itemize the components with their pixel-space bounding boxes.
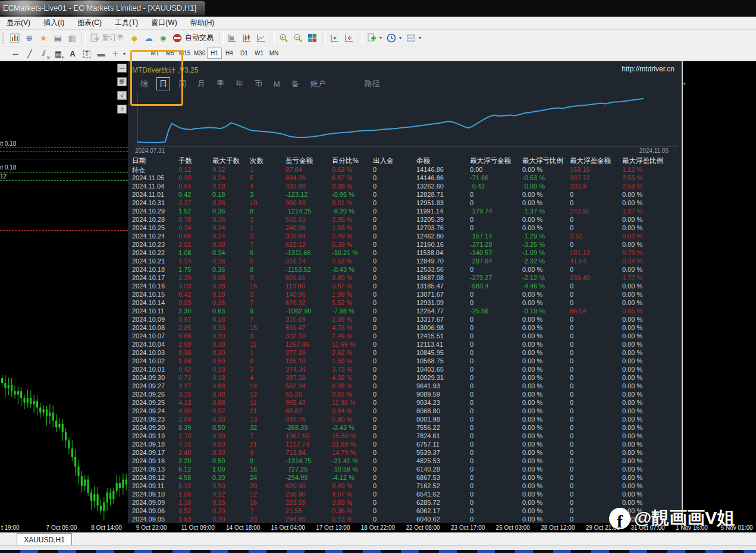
- panel-help-button[interactable]: ?: [117, 105, 127, 114]
- channel-tool-icon[interactable]: ⫽E: [37, 47, 51, 60]
- table-cell: 0: [373, 349, 415, 356]
- table-cell: 1.09 %: [332, 291, 372, 298]
- table-cell: 29: [250, 482, 284, 489]
- table-cell: 0.00 %: [622, 457, 679, 464]
- table-cell: -4.46 %: [522, 282, 569, 290]
- autotrade-icon[interactable]: [170, 32, 184, 45]
- table-cell: 0.00 %: [622, 324, 679, 331]
- zoom-in-icon[interactable]: [277, 32, 291, 45]
- autotrade-label[interactable]: 自动交易: [185, 33, 214, 43]
- tf-h4[interactable]: H4: [222, 48, 237, 59]
- tf-mn[interactable]: MN: [266, 48, 281, 59]
- menu-window[interactable]: 窗口(W): [145, 16, 183, 30]
- panel-url-link[interactable]: http://mtdriver.cn: [622, 65, 675, 73]
- signal-icon[interactable]: ◉: [156, 32, 170, 45]
- table-cell: 113.80: [286, 282, 331, 290]
- favorites-icon[interactable]: ★: [36, 32, 51, 45]
- table-cell: 0: [570, 407, 621, 414]
- templates-dropdown-caret[interactable]: ▾: [419, 35, 421, 40]
- text-tool-icon[interactable]: A: [65, 47, 80, 60]
- time-tick-label: t 19:00: [1, 524, 20, 531]
- standard-toolbar: ⊕ ★ ▤ ▥ 新订单 ◆ ☁ ◉ 自动交易: [0, 30, 756, 46]
- indicators-icon[interactable]: [365, 32, 379, 45]
- table-cell: 240.96: [286, 224, 331, 231]
- periods-icon[interactable]: [384, 32, 399, 45]
- fibonacci-tool-icon[interactable]: ▦F: [51, 47, 65, 60]
- table-cell: 2.39 %: [332, 316, 372, 323]
- panel-move-button[interactable]: 移: [117, 77, 127, 86]
- new-order-label[interactable]: 新订单: [102, 33, 124, 43]
- auto-scroll-icon[interactable]: [342, 32, 356, 45]
- table-cell: 0.00: [470, 166, 521, 173]
- panel-resize-arrow[interactable]: ◂: [683, 81, 685, 86]
- panel-check-button[interactable]: √: [117, 91, 127, 100]
- navigator-icon[interactable]: ▥: [65, 32, 79, 45]
- tf-m30[interactable]: M30: [192, 48, 207, 59]
- text-label-tool-icon[interactable]: T: [80, 47, 94, 60]
- table-cell: 0.00 %: [622, 366, 679, 373]
- indicators-dropdown-caret[interactable]: ▾: [379, 35, 382, 40]
- periods-dropdown-caret[interactable]: ▾: [399, 35, 401, 40]
- table-cell: 32: [250, 424, 284, 431]
- table-cell: 0.00 %: [522, 366, 569, 373]
- chart-tab-bar: XAUUSD,H1: [0, 532, 756, 545]
- menu-view[interactable]: 显示(V): [0, 16, 37, 30]
- menu-insert[interactable]: 插入(I): [37, 16, 71, 30]
- crosshair-icon[interactable]: ⊕: [22, 32, 36, 45]
- table-cell: 0.00 %: [622, 441, 679, 448]
- cloud-icon[interactable]: ☁: [142, 32, 156, 45]
- menu-tools[interactable]: 工具(T): [108, 16, 145, 30]
- new-order-icon[interactable]: [87, 32, 102, 45]
- table-cell: 21: [250, 407, 284, 414]
- line-chart-mode-icon[interactable]: [254, 32, 268, 45]
- table-cell: 9: [250, 274, 284, 281]
- candlestick-mode-icon[interactable]: [240, 32, 254, 45]
- chart-shift-icon[interactable]: [328, 32, 342, 45]
- table-cell: 0: [373, 407, 415, 414]
- table-cell: -1.09 %: [522, 249, 569, 256]
- table-cell: 0: [373, 166, 415, 173]
- tf-w1[interactable]: W1: [252, 48, 266, 59]
- horizontal-line-tool-icon[interactable]: ─: [8, 47, 23, 60]
- table-cell: -1214.25: [286, 208, 331, 215]
- table-cell: 13205.39: [416, 216, 469, 223]
- table-cell: 2024.10.28: [132, 216, 177, 223]
- symbol-tab-xauusd[interactable]: XAUUSD,H1: [17, 533, 72, 546]
- arrows-tool-icon[interactable]: ✛: [108, 47, 123, 60]
- table-cell: 333.9: [570, 183, 621, 190]
- new-chart-icon[interactable]: [8, 32, 22, 45]
- table-cell: -3.25 %: [522, 241, 569, 248]
- table-cell: 1: [250, 166, 284, 173]
- menu-charts[interactable]: 图表(C): [71, 16, 108, 30]
- shape-tool-icon[interactable]: ▬: [94, 47, 108, 60]
- table-cell: 0.00 %: [522, 482, 569, 489]
- table-cell: -10.21 %: [332, 249, 372, 256]
- panel-minimize-button[interactable]: —: [117, 64, 127, 73]
- table-cell: 2024.10.17: [132, 274, 177, 281]
- bar-chart-mode-icon[interactable]: [225, 32, 240, 45]
- table-cell: 11538.04: [416, 249, 469, 256]
- table-cell: 1267.46: [286, 341, 331, 348]
- templates-icon[interactable]: [404, 32, 418, 45]
- table-cell: 0.00 %: [622, 291, 679, 298]
- table-cell: 0: [470, 199, 521, 206]
- tf-h1[interactable]: H1: [207, 48, 222, 59]
- table-cell: 8068.80: [416, 407, 469, 414]
- table-cell: 0: [470, 216, 521, 223]
- table-cell: 158.16: [570, 166, 621, 173]
- zoom-out-icon[interactable]: [291, 32, 305, 45]
- market-watch-icon[interactable]: ▤: [51, 32, 65, 45]
- table-cell: 0: [470, 191, 521, 198]
- menu-help[interactable]: 帮助(H): [184, 16, 221, 30]
- tile-windows-icon[interactable]: [305, 32, 319, 45]
- table-cell: 5.52 %: [332, 299, 372, 306]
- arrows-dropdown-caret[interactable]: ▾: [123, 51, 126, 56]
- table-cell: 0: [570, 416, 621, 423]
- table-cell: 0: [373, 316, 415, 323]
- tf-d1[interactable]: D1: [237, 48, 252, 59]
- styler-icon[interactable]: ◆: [127, 32, 142, 45]
- table-cell: 8.01 %: [332, 199, 372, 206]
- table-cell: 0.00 %: [522, 491, 569, 498]
- table-cell: 0.00 %: [622, 216, 679, 223]
- trendline-tool-icon[interactable]: ╱: [23, 47, 37, 60]
